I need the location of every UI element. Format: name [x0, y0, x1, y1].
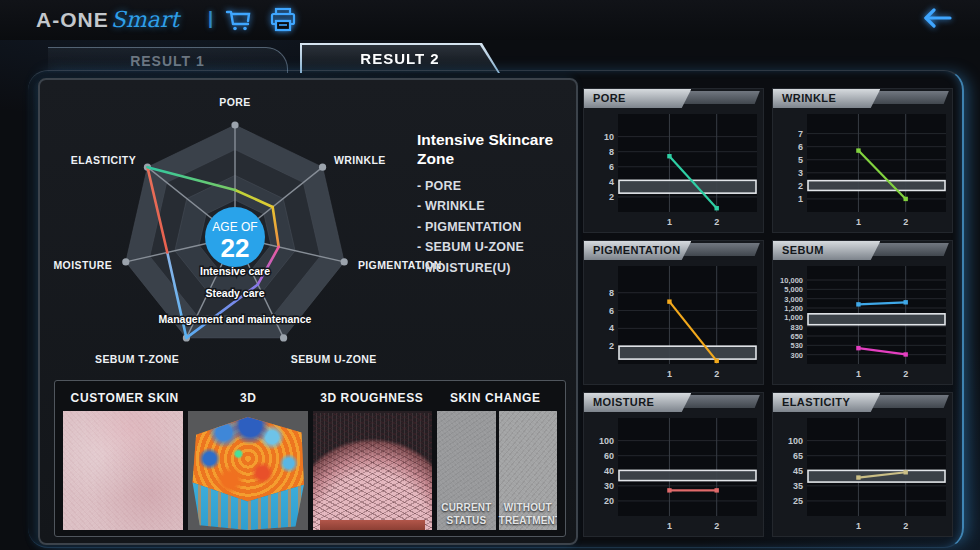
brand-script-text: Smart — [111, 7, 179, 32]
tab-result-2-label: RESULT 2 — [302, 45, 498, 73]
radar-chart: Intensive careSteady careManagement and … — [44, 88, 442, 384]
chart-wrinkle: 12356712 — [773, 109, 954, 233]
svg-text:8: 8 — [609, 288, 614, 298]
zone-item: - SEBUM U-ZONE — [417, 240, 577, 254]
chart-panel-moisture: MOISTURE 2030406010012 — [583, 392, 764, 537]
svg-text:10: 10 — [604, 132, 614, 142]
svg-text:6: 6 — [609, 306, 614, 316]
svg-text:65: 65 — [793, 451, 803, 461]
result-panel: Intensive careSteady careManagement and … — [38, 78, 578, 545]
skin-change-images: CURRENTSTATUS WITHOUTTREATMENT — [437, 411, 557, 530]
svg-text:2: 2 — [903, 369, 908, 379]
brand-text: A-ONE — [36, 8, 109, 32]
without-treatment-label: WITHOUTTREATMENT — [499, 502, 557, 527]
tab-result-2[interactable]: RESULT 2 — [300, 43, 500, 73]
svg-text:ELASTICITY: ELASTICITY — [71, 154, 136, 166]
zone-item: - PORE — [417, 179, 577, 193]
skin-gallery: CUSTOMER SKIN 3D 3D ROUGHNESS SKIN CHANG… — [54, 380, 566, 537]
chart-title-elasticity: ELASTICITY — [773, 393, 880, 412]
svg-text:1: 1 — [856, 369, 861, 379]
svg-text:AGE OF: AGE OF — [212, 220, 257, 234]
customer-skin-image — [63, 411, 183, 530]
svg-text:1: 1 — [667, 521, 672, 531]
svg-text:45: 45 — [793, 466, 803, 476]
chart-title-pigmentation: PIGMENTATION — [584, 241, 691, 260]
current-status-label: CURRENTSTATUS — [437, 502, 495, 527]
svg-text:300: 300 — [790, 351, 803, 360]
svg-text:Steady care: Steady care — [206, 287, 265, 299]
svg-text:8: 8 — [609, 147, 614, 157]
chart-panel-elasticity: ELASTICITY 2535456510012 — [772, 392, 953, 537]
roughness-dome — [313, 413, 433, 530]
svg-text:2: 2 — [609, 192, 614, 202]
svg-text:30: 30 — [604, 481, 614, 491]
svg-text:WRINKLE: WRINKLE — [334, 154, 386, 166]
svg-text:1: 1 — [856, 217, 861, 227]
chart-panel-sebum: SEBUM 3005306508301,0001,2003,0005,00010… — [772, 240, 953, 385]
gallery-header-skin-change: SKIN CHANGE — [434, 387, 558, 411]
svg-text:1: 1 — [667, 217, 672, 227]
chart-title-wrinkle: WRINKLE — [773, 89, 880, 108]
svg-text:1: 1 — [667, 369, 672, 379]
zone-title: Intensive Skincare Zone — [417, 130, 577, 169]
chart-panel-pore: PORE 24681012 — [583, 88, 764, 233]
svg-text:6: 6 — [798, 142, 803, 152]
toolbar-separator: | — [208, 8, 213, 29]
svg-text:1: 1 — [856, 521, 861, 531]
svg-text:2: 2 — [714, 521, 719, 531]
svg-text:1: 1 — [798, 194, 803, 204]
svg-text:Management and maintenance: Management and maintenance — [159, 313, 312, 325]
cart-icon[interactable] — [224, 6, 254, 34]
svg-text:SEBUM U-ZONE: SEBUM U-ZONE — [291, 353, 377, 365]
svg-text:830: 830 — [790, 323, 803, 332]
tab-result-1[interactable]: RESULT 1 — [48, 47, 288, 73]
svg-text:10,000: 10,000 — [780, 276, 803, 285]
chart-title-pore: PORE — [584, 89, 691, 108]
roughness-base — [320, 520, 425, 530]
3d-roughness-image — [313, 411, 433, 530]
svg-text:SEBUM T-ZONE: SEBUM T-ZONE — [95, 353, 179, 365]
svg-text:1,000: 1,000 — [784, 313, 803, 322]
svg-text:25: 25 — [793, 496, 803, 506]
chart-title-sebum: SEBUM — [773, 241, 880, 260]
svg-text:PORE: PORE — [219, 96, 250, 108]
svg-text:2: 2 — [903, 521, 908, 531]
svg-text:5,000: 5,000 — [784, 285, 803, 294]
svg-text:MOISTURE: MOISTURE — [53, 259, 112, 271]
zone-item: - PIGMENTATION — [417, 220, 577, 234]
chart-pore: 24681012 — [584, 109, 765, 233]
svg-text:40: 40 — [604, 466, 614, 476]
svg-text:2: 2 — [714, 369, 719, 379]
gallery-header-3d-roughness: 3D ROUGHNESS — [310, 387, 434, 411]
chart-moisture: 2030406010012 — [584, 413, 765, 537]
svg-text:20: 20 — [604, 496, 614, 506]
printer-icon[interactable] — [268, 6, 298, 34]
svg-text:1,200: 1,200 — [784, 304, 803, 313]
svg-text:4: 4 — [609, 177, 614, 187]
svg-text:100: 100 — [599, 436, 614, 446]
current-status-image: CURRENTSTATUS — [437, 411, 495, 530]
svg-text:35: 35 — [793, 481, 803, 491]
svg-text:530: 530 — [790, 341, 803, 350]
chart-title-moisture: MOISTURE — [584, 393, 691, 412]
svg-text:6: 6 — [609, 162, 614, 172]
back-arrow-icon[interactable] — [916, 4, 956, 32]
svg-text:60: 60 — [604, 451, 614, 461]
svg-text:2: 2 — [903, 217, 908, 227]
svg-text:2: 2 — [798, 181, 803, 191]
chart-pigmentation: 246812 — [584, 261, 765, 385]
app-logo: A-ONE Smart — [36, 7, 179, 32]
chart-sebum: 3005306508301,0001,2003,0005,00010,00012 — [773, 261, 954, 385]
svg-text:22: 22 — [221, 233, 250, 263]
gallery-header-3d: 3D — [187, 387, 311, 411]
svg-text:100: 100 — [788, 436, 803, 446]
chart-panel-wrinkle: WRINKLE 12356712 — [772, 88, 953, 233]
app-root: { "header": { "brand": "A-ONE", "brand_s… — [0, 0, 980, 550]
zone-item: - MOISTURE(U) — [417, 261, 577, 275]
chart-panel-pigmentation: PIGMENTATION 246812 — [583, 240, 764, 385]
gallery-header-customer-skin: CUSTOMER SKIN — [63, 387, 187, 411]
svg-text:3,000: 3,000 — [784, 295, 803, 304]
svg-text:3: 3 — [798, 168, 803, 178]
svg-text:4: 4 — [609, 323, 614, 333]
zone-info: Intensive Skincare Zone - PORE - WRINKLE… — [417, 130, 577, 281]
